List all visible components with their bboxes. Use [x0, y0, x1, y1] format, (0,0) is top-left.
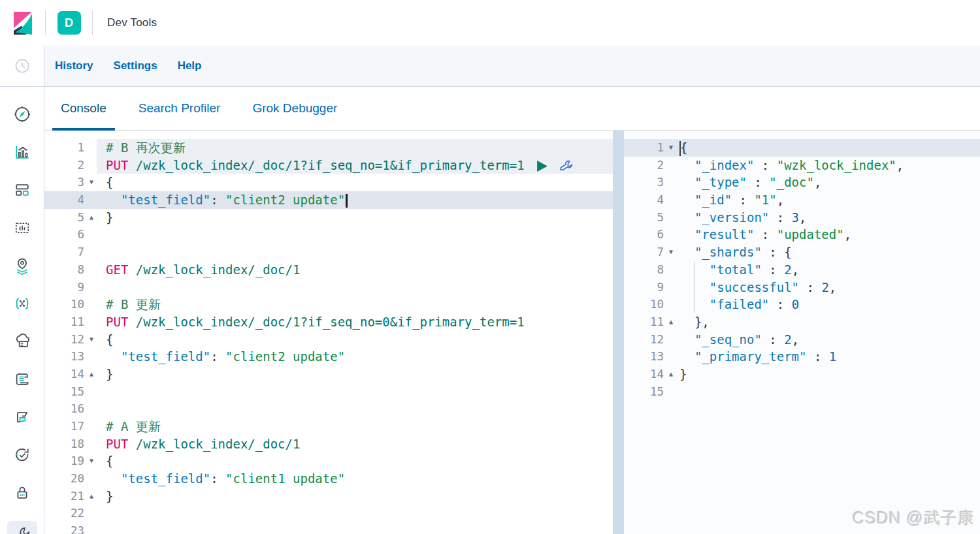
- send-request-button[interactable]: [535, 159, 549, 173]
- line-gutter: 12▼: [44, 331, 97, 349]
- fold-spacer: [86, 279, 97, 296]
- code-line-right-9[interactable]: 9 "successful" : 2,: [624, 279, 980, 296]
- fold-spacer: [86, 505, 97, 522]
- code-line-left-2[interactable]: 2PUT /wzk_lock_index/_doc/1?if_seq_no=1&…: [44, 157, 613, 174]
- code-line-left-6[interactable]: 6: [44, 226, 613, 243]
- fold-spacer: [86, 261, 97, 279]
- pane-resize-handle[interactable]: [613, 131, 624, 534]
- code-line-right-7[interactable]: 7▼ "_shards" : {: [624, 243, 980, 261]
- code-token: "_id": [694, 193, 732, 207]
- line-number: 8: [624, 261, 666, 279]
- kibana-logo[interactable]: [0, 0, 45, 46]
- discover-compass-icon[interactable]: [12, 104, 32, 124]
- code-line-left-5[interactable]: 5▲}: [44, 209, 613, 227]
- code-line-right-13[interactable]: 13 "_primary_term" : 1: [624, 348, 980, 366]
- uptime-icon[interactable]: [12, 445, 32, 465]
- fold-spacer: [666, 174, 676, 191]
- tab-grok-debugger[interactable]: Grok Debugger: [244, 87, 346, 130]
- tab-console[interactable]: Console: [52, 87, 115, 130]
- fold-open-icon[interactable]: ▼: [666, 243, 676, 261]
- code-line-right-2[interactable]: 2 "_index" : "wzk_lock_index",: [624, 157, 980, 174]
- response-output[interactable]: 1▼{2 "_index" : "wzk_lock_index",3 "_typ…: [624, 131, 980, 534]
- line-number: 20: [44, 470, 86, 488]
- logs-icon[interactable]: [12, 369, 32, 389]
- line-number: 10: [44, 296, 86, 313]
- request-actions: [535, 159, 574, 173]
- fold-open-icon[interactable]: ▼: [86, 452, 97, 470]
- code-line-left-22[interactable]: 22: [44, 505, 613, 522]
- code-line-left-23[interactable]: 23: [44, 522, 613, 534]
- code-line-right-3[interactable]: 3 "_type" : "_doc",: [624, 174, 980, 191]
- security-lock-icon[interactable]: [12, 483, 32, 503]
- fold-open-icon[interactable]: ▼: [666, 139, 676, 157]
- line-gutter: 5: [624, 209, 676, 227]
- code-line-left-8[interactable]: 8GET /wzk_lock_index/_doc/1: [44, 261, 613, 279]
- code-line-right-6[interactable]: 6 "result" : "updated",: [624, 226, 980, 243]
- code-line-left-21[interactable]: 21▲}: [44, 488, 613, 505]
- fold-spacer: [86, 296, 97, 313]
- code-line-left-3[interactable]: 3▼{: [44, 174, 613, 191]
- maps-icon[interactable]: [12, 256, 32, 275]
- line-gutter: 4: [624, 191, 676, 209]
- fold-spacer: [86, 313, 97, 331]
- fold-spacer: [86, 191, 97, 209]
- code-line-left-1[interactable]: 1# B 再次更新: [44, 139, 613, 157]
- fold-close-icon[interactable]: ▲: [666, 366, 676, 383]
- code-line-left-13[interactable]: 13 "test_field": "client2 update": [44, 348, 613, 366]
- code-line-right-5[interactable]: 5 "_version" : 3,: [624, 209, 980, 227]
- code-line-left-12[interactable]: 12▼{: [44, 331, 613, 349]
- code-token: ,: [829, 280, 836, 294]
- code-line-left-11[interactable]: 11PUT /wzk_lock_index/_doc/1?if_seq_no=0…: [44, 313, 613, 331]
- fold-open-icon[interactable]: ▼: [86, 174, 97, 191]
- code-line-right-11[interactable]: 11▲ },: [624, 313, 980, 331]
- fold-open-icon[interactable]: ▼: [86, 331, 97, 349]
- space-badge[interactable]: D: [46, 11, 92, 35]
- line-number: 15: [624, 383, 666, 401]
- fold-close-icon[interactable]: ▲: [666, 313, 676, 331]
- recently-viewed-clock-icon[interactable]: [12, 56, 32, 76]
- code-line-right-4[interactable]: 4 "_id" : "1",: [624, 191, 980, 209]
- code-token: [128, 437, 135, 451]
- visualize-chart-icon[interactable]: [12, 142, 32, 162]
- devtools-wrench-icon[interactable]: [7, 521, 37, 534]
- code-line-right-1[interactable]: 1▼{: [624, 139, 980, 157]
- toolbar-link-history[interactable]: History: [55, 59, 93, 72]
- code-line-left-7[interactable]: 7: [44, 243, 613, 261]
- code-line-left-9[interactable]: 9: [44, 279, 613, 296]
- code-line-left-17[interactable]: 17# A 更新: [44, 418, 613, 435]
- code-line-right-12[interactable]: 12 "_seq_no" : 2,: [624, 331, 980, 349]
- line-content: [97, 383, 613, 401]
- fold-close-icon[interactable]: ▲: [86, 366, 97, 383]
- canvas-icon[interactable]: [12, 218, 32, 238]
- code-token: :: [769, 210, 791, 225]
- code-line-left-16[interactable]: 16: [44, 400, 613, 418]
- dashboard-icon[interactable]: [12, 180, 32, 200]
- code-line-left-19[interactable]: 19▼{: [44, 452, 613, 470]
- request-options-button[interactable]: [559, 159, 574, 173]
- tab-search-profiler[interactable]: Search Profiler: [130, 87, 229, 130]
- fold-close-icon[interactable]: ▲: [86, 488, 97, 505]
- code-line-right-15[interactable]: 15: [624, 383, 980, 401]
- line-content: }: [676, 366, 980, 383]
- code-line-left-15[interactable]: 15: [44, 383, 613, 401]
- code-line-left-10[interactable]: 10# B 更新: [44, 296, 613, 313]
- code-line-left-4[interactable]: 4 "test_field": "client2 update": [44, 191, 613, 209]
- toolbar-link-help[interactable]: Help: [178, 59, 202, 72]
- code-token: {: [680, 140, 687, 155]
- code-line-right-10[interactable]: 10 "failed" : 0: [624, 296, 980, 313]
- code-line-right-8[interactable]: 8 "total" : 2,: [624, 261, 980, 279]
- request-editor[interactable]: 1# B 再次更新2PUT /wzk_lock_index/_doc/1?if_…: [44, 131, 613, 534]
- line-gutter: 8: [624, 261, 676, 279]
- top-chrome-bar: D Dev Tools: [0, 0, 980, 46]
- code-token: [106, 471, 121, 486]
- fold-close-icon[interactable]: ▲: [86, 209, 97, 227]
- toolbar-link-settings[interactable]: Settings: [114, 59, 157, 72]
- code-token: ,: [844, 227, 851, 242]
- siem-icon[interactable]: [12, 407, 32, 427]
- code-line-left-14[interactable]: 14▲}: [44, 366, 613, 383]
- machine-learning-icon[interactable]: [12, 294, 32, 313]
- infrastructure-icon[interactable]: [12, 332, 32, 351]
- code-line-right-14[interactable]: 14▲}: [624, 366, 980, 383]
- code-line-left-18[interactable]: 18PUT /wzk_lock_index/_doc/1: [44, 435, 613, 453]
- code-line-left-20[interactable]: 20 "test_field": "client1 update": [44, 470, 613, 488]
